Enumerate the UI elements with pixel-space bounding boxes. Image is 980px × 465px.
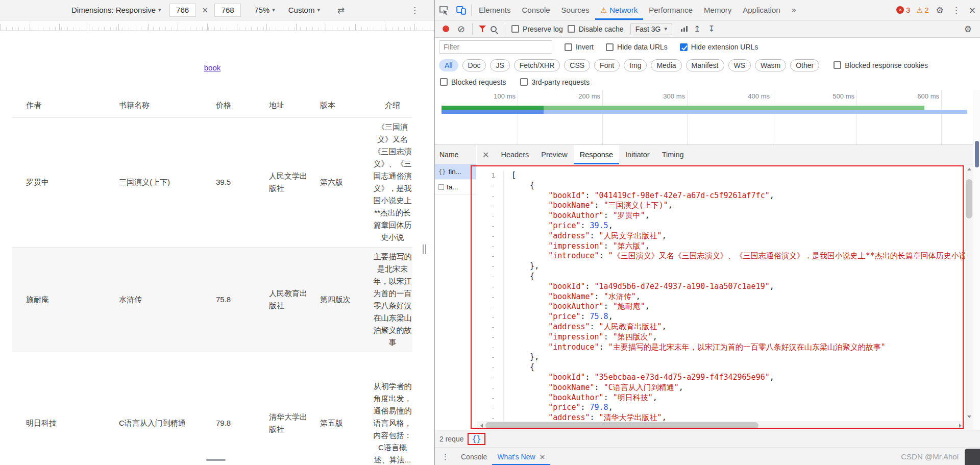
code-line: - "bookAuthor": "施耐庵", — [477, 302, 965, 312]
blocked-requests-checkbox[interactable]: Blocked requests — [440, 78, 506, 86]
type-filter-media[interactable]: Media — [651, 59, 681, 71]
tab-console[interactable]: Console — [517, 0, 556, 20]
column-header-address: 地址 — [265, 94, 316, 117]
settings-gear-icon[interactable]: ⚙ — [932, 5, 948, 15]
watermark: CSDN @Mr.Ahol — [901, 452, 959, 461]
table-header-row: 作者 书籍名称 价格 地址 版本 介绍 — [12, 94, 412, 117]
floating-corner-widget[interactable] — [965, 449, 980, 465]
preserve-log-checkbox[interactable]: Preserve log — [511, 25, 563, 33]
devtools-close-icon[interactable]: × — [965, 5, 980, 15]
type-filter-js[interactable]: JS — [490, 59, 509, 71]
hide-extension-urls-checkbox[interactable]: Hide extension URLs — [680, 43, 758, 51]
devtools-menu-kebab-icon[interactable]: ⋮ — [948, 5, 965, 15]
type-filter-ws[interactable]: WS — [728, 59, 751, 71]
scrollbar-thumb[interactable] — [485, 422, 758, 429]
warning-count-badge[interactable]: ⚠ 2 — [916, 6, 928, 14]
tab-application[interactable]: Application — [737, 0, 786, 20]
viewport-width-input[interactable] — [169, 4, 196, 17]
warning-count: 2 — [925, 6, 929, 14]
screenshot-root: Dimensions: Responsive ▾ × 75% ▾ Custom … — [0, 0, 980, 465]
type-filter-all[interactable]: All — [439, 59, 458, 71]
code-line: - }, — [477, 352, 965, 362]
response-code[interactable]: 1[- {- "bookId": "041419cf-98ef-42e7-a67… — [477, 170, 965, 421]
tab-elements[interactable]: Elements — [473, 0, 517, 20]
tab-headers[interactable]: Headers — [495, 145, 535, 164]
scroll-left-arrow[interactable] — [477, 421, 485, 430]
blocked-response-cookies-checkbox[interactable]: Blocked response cookies — [834, 61, 928, 69]
close-detail-icon[interactable]: × — [477, 150, 495, 159]
cell-price: 39.5 — [212, 117, 265, 247]
network-conditions-icon[interactable] — [681, 26, 688, 32]
drawer-tab-console[interactable]: Console — [456, 448, 492, 465]
format-braces-icon[interactable]: {} — [472, 434, 481, 444]
horizontal-scrollbar[interactable] — [477, 421, 965, 430]
filter-funnel-icon[interactable] — [479, 26, 486, 32]
tab-performance[interactable]: Performance — [643, 0, 698, 20]
type-filter-manifest[interactable]: Manifest — [686, 59, 724, 71]
type-filter-font[interactable]: Font — [594, 59, 620, 71]
clear-network-log-icon[interactable]: ⊘ — [457, 25, 465, 34]
throttling-value: Fast 3G — [635, 25, 661, 33]
tab-timing[interactable]: Timing — [656, 145, 690, 164]
type-filter-other[interactable]: Other — [790, 59, 819, 71]
type-filter-css[interactable]: CSS — [564, 59, 590, 71]
error-count-badge[interactable]: × 3 — [896, 6, 910, 14]
network-settings-gear-icon[interactable]: ⚙ — [964, 24, 975, 34]
cell-price: 75.8 — [212, 247, 265, 352]
hide-data-urls-checkbox[interactable]: Hide data URLs — [606, 43, 668, 51]
request-row[interactable]: fa... — [435, 180, 476, 195]
record-network-log-button[interactable] — [443, 26, 449, 32]
drawer-tab-whats-new[interactable]: What's New × — [492, 448, 550, 465]
device-toolbar: Dimensions: Responsive ▾ × 75% ▾ Custom … — [0, 0, 434, 20]
vertical-scrollbar[interactable] — [965, 164, 973, 421]
requests-panel: Name {} fin... fa... — [435, 145, 476, 430]
scrollbar-thumb[interactable] — [975, 141, 979, 167]
warning-icon: ⚠ — [601, 6, 607, 14]
code-line: - "bookAuthor": "明日科技", — [477, 393, 965, 403]
scroll-right-arrow[interactable] — [956, 421, 965, 430]
inspect-element-icon[interactable] — [435, 0, 452, 20]
drawer-menu-kebab-icon[interactable]: ⋮ — [435, 452, 456, 461]
tab-network[interactable]: ⚠ Network — [595, 0, 644, 20]
close-whats-new-icon[interactable]: × — [540, 453, 546, 461]
checkbox-unchecked — [520, 78, 528, 86]
name-column-header[interactable]: Name — [435, 145, 476, 164]
device-menu-kebab-icon[interactable]: ⋮ — [410, 5, 419, 15]
filter-input[interactable] — [439, 40, 552, 54]
network-overview-timeline[interactable]: 100 ms 200 ms 300 ms 400 ms 500 ms 600 m… — [435, 90, 973, 145]
code-line: - "bookAuthor": "罗贯中", — [477, 211, 965, 221]
scrollbar-thumb[interactable] — [966, 179, 972, 218]
import-har-icon[interactable]: ↥ — [692, 24, 702, 34]
viewport-height-input[interactable] — [214, 4, 241, 17]
invert-checkbox[interactable]: Invert — [565, 43, 594, 51]
tab-memory[interactable]: Memory — [698, 0, 737, 20]
disable-cache-checkbox[interactable]: Disable cache — [568, 25, 624, 33]
book-link[interactable]: book — [12, 63, 412, 72]
viewport-vertical-resize-handle[interactable] — [206, 459, 226, 461]
dimensions-dropdown[interactable]: Dimensions: Responsive ▾ — [71, 6, 161, 14]
scroll-up-arrow[interactable] — [965, 164, 973, 173]
third-party-requests-checkbox[interactable]: 3rd-party requests — [520, 78, 590, 86]
devtools-scrollbar[interactable] — [973, 90, 980, 430]
type-filter-doc[interactable]: Doc — [462, 59, 486, 71]
search-icon[interactable] — [491, 26, 497, 32]
tab-sources[interactable]: Sources — [556, 0, 595, 20]
tab-response[interactable]: Response — [574, 145, 619, 164]
tab-initiator[interactable]: Initiator — [619, 145, 656, 164]
throttling-dropdown[interactable]: Fast 3G ▾ — [630, 23, 672, 35]
type-filter-wasm[interactable]: Wasm — [755, 59, 786, 71]
gridline — [856, 90, 857, 144]
throttle-dropdown[interactable]: Custom ▾ — [288, 6, 320, 14]
rotate-viewport-icon[interactable]: ⇄ — [337, 5, 345, 15]
type-filter-img[interactable]: Img — [624, 59, 647, 71]
viewport-horizontal-resize-handle[interactable] — [423, 244, 426, 254]
export-har-icon[interactable]: ↧ — [706, 24, 716, 34]
zoom-dropdown[interactable]: 75% ▾ — [254, 6, 275, 14]
type-filter-fetch-xhr[interactable]: Fetch/XHR — [514, 59, 560, 71]
request-row-selected[interactable]: {} fin... — [435, 164, 476, 180]
more-tabs-button[interactable]: » — [786, 0, 802, 20]
code-line: - "price": 79.8, — [477, 403, 965, 413]
device-toolbar-toggle-icon[interactable] — [452, 0, 470, 20]
scroll-down-arrow[interactable] — [965, 412, 973, 421]
tab-preview[interactable]: Preview — [535, 145, 574, 164]
